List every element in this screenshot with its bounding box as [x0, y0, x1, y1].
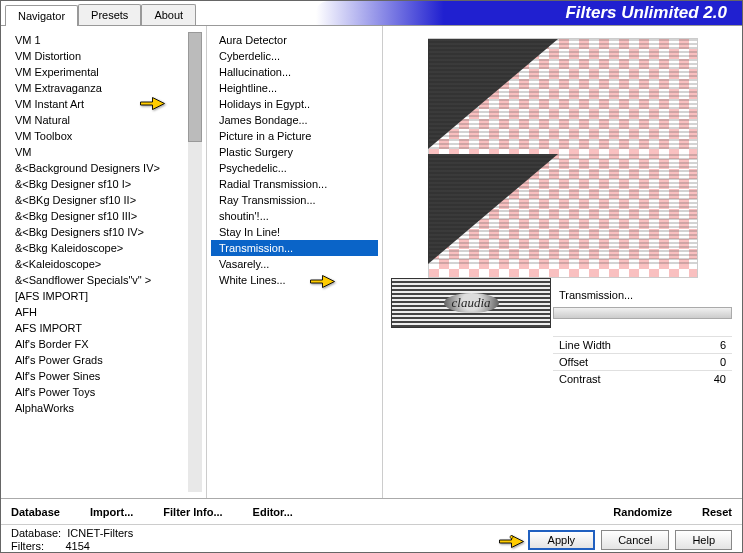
- progress-bar: [553, 307, 732, 319]
- filter-item[interactable]: Transmission...: [211, 240, 378, 256]
- param-label: Offset: [559, 356, 588, 368]
- filter-item[interactable]: White Lines...: [211, 272, 378, 288]
- pointer-icon: [309, 269, 339, 291]
- category-item[interactable]: &<Bkg Designers sf10 IV>: [11, 224, 186, 240]
- category-item[interactable]: &<Background Designers IV>: [11, 160, 186, 176]
- filter-item[interactable]: Cyberdelic...: [211, 48, 378, 64]
- category-item[interactable]: VM: [11, 144, 186, 160]
- tab-navigator[interactable]: Navigator: [5, 5, 78, 26]
- category-scrollbar[interactable]: [188, 32, 202, 492]
- category-item[interactable]: Alf's Border FX: [11, 336, 186, 352]
- scrollbar-thumb[interactable]: [188, 32, 202, 142]
- category-item[interactable]: VM Distortion: [11, 48, 186, 64]
- cancel-button[interactable]: Cancel: [601, 530, 669, 550]
- filter-item[interactable]: Psychedelic...: [211, 160, 378, 176]
- category-item[interactable]: AFS IMPORT: [11, 320, 186, 336]
- category-item[interactable]: AFH: [11, 304, 186, 320]
- category-item[interactable]: &<Sandflower Specials"v" >: [11, 272, 186, 288]
- filter-header: Transmission...: [553, 286, 732, 319]
- title-bar: Filters Unlimited 2.0: [316, 1, 742, 25]
- filter-list[interactable]: Aura DetectorCyberdelic...Hallucination.…: [207, 26, 382, 498]
- help-button[interactable]: Help: [675, 530, 732, 550]
- param-value: 6: [720, 339, 726, 351]
- status-text: Database: ICNET-Filters Filters: 4154: [11, 527, 133, 553]
- toolbar-editor-button[interactable]: Editor...: [253, 506, 293, 518]
- category-item[interactable]: VM Experimental: [11, 64, 186, 80]
- preview-panel: claudia Transmission... Line Width6Offse…: [383, 26, 742, 498]
- category-item[interactable]: VM Toolbox: [11, 128, 186, 144]
- filter-item[interactable]: Holidays in Egypt..: [211, 96, 378, 112]
- param-label: Contrast: [559, 373, 601, 385]
- toolbar-database-button[interactable]: Database: [11, 506, 60, 518]
- filter-item[interactable]: shoutin'!...: [211, 208, 378, 224]
- param-value: 40: [714, 373, 726, 385]
- main-area: VM 1VM DistortionVM ExperimentalVM Extra…: [1, 26, 742, 498]
- filter-item[interactable]: Aura Detector: [211, 32, 378, 48]
- param-row[interactable]: Line Width6: [553, 336, 732, 353]
- category-item[interactable]: VM 1: [11, 32, 186, 48]
- category-panel: VM 1VM DistortionVM ExperimentalVM Extra…: [1, 26, 206, 498]
- svg-point-0: [510, 535, 513, 538]
- author-badge: claudia: [391, 278, 551, 328]
- param-row[interactable]: Offset0: [553, 353, 732, 370]
- filter-name-label: Transmission...: [553, 286, 732, 304]
- param-value: 0: [720, 356, 726, 368]
- toolbar-reset-button[interactable]: Reset: [702, 506, 732, 518]
- tab-about[interactable]: About: [141, 4, 196, 25]
- author-badge-text: claudia: [444, 293, 499, 313]
- tab-presets[interactable]: Presets: [78, 4, 141, 25]
- category-item[interactable]: &<Bkg Designer sf10 I>: [11, 176, 186, 192]
- filter-item[interactable]: Picture in a Picture: [211, 128, 378, 144]
- tab-bar: NavigatorPresetsAbout: [1, 1, 196, 25]
- toolbar-import-button[interactable]: Import...: [90, 506, 133, 518]
- category-item[interactable]: [AFS IMPORT]: [11, 288, 186, 304]
- param-row[interactable]: Contrast40: [553, 370, 732, 387]
- filter-item[interactable]: James Bondage...: [211, 112, 378, 128]
- category-item[interactable]: Alf's Power Grads: [11, 352, 186, 368]
- filter-item[interactable]: Plastic Surgery: [211, 144, 378, 160]
- toolbar-filterinfo-button[interactable]: Filter Info...: [163, 506, 222, 518]
- pointer-icon: [139, 91, 169, 113]
- toolbar-randomize-button[interactable]: Randomize: [613, 506, 672, 518]
- filter-item[interactable]: Ray Transmission...: [211, 192, 378, 208]
- filter-item[interactable]: Radial Transmission...: [211, 176, 378, 192]
- header: NavigatorPresetsAbout Filters Unlimited …: [1, 1, 742, 26]
- status-bar: Database: ICNET-Filters Filters: 4154 Ap…: [1, 524, 742, 553]
- param-label: Line Width: [559, 339, 611, 351]
- filter-item[interactable]: Vasarely...: [211, 256, 378, 272]
- category-item[interactable]: Alf's Power Toys: [11, 384, 186, 400]
- apply-button[interactable]: Apply: [528, 530, 596, 550]
- category-item[interactable]: &<Bkg Designer sf10 III>: [11, 208, 186, 224]
- parameters: Line Width6Offset0Contrast40: [553, 336, 732, 387]
- filter-item[interactable]: Heightline...: [211, 80, 378, 96]
- filter-item[interactable]: Hallucination...: [211, 64, 378, 80]
- category-item[interactable]: &<BKg Designer sf10 II>: [11, 192, 186, 208]
- category-item[interactable]: &<Bkg Kaleidoscope>: [11, 240, 186, 256]
- category-item[interactable]: VM Natural: [11, 112, 186, 128]
- preview-image: [428, 38, 698, 278]
- pointer-icon: [498, 529, 528, 551]
- category-item[interactable]: AlphaWorks: [11, 400, 186, 416]
- category-item[interactable]: Alf's Power Sines: [11, 368, 186, 384]
- toolbar: DatabaseImport...Filter Info...Editor...…: [1, 498, 742, 524]
- category-item[interactable]: &<Kaleidoscope>: [11, 256, 186, 272]
- filter-item[interactable]: Stay In Line!: [211, 224, 378, 240]
